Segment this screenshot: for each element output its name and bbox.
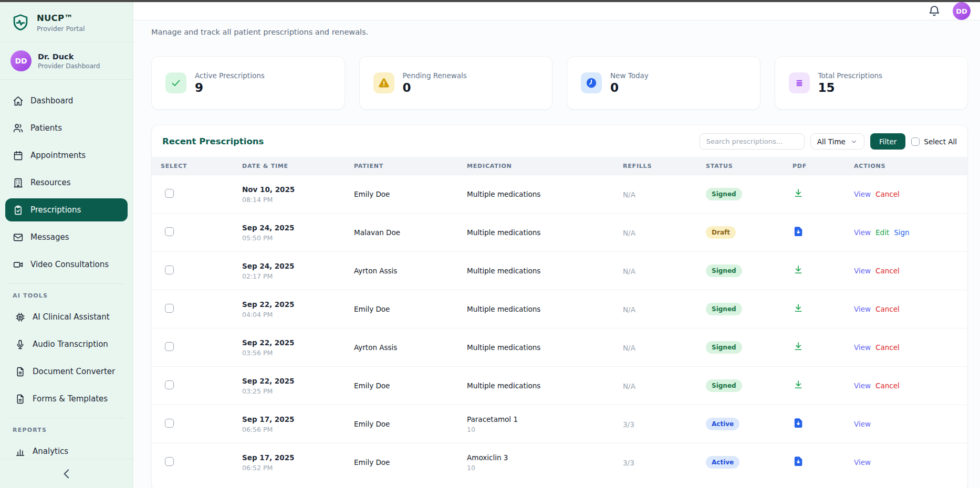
status-badge: Active: [706, 456, 739, 469]
search-input[interactable]: [700, 133, 805, 150]
row-checkbox[interactable]: [165, 342, 174, 351]
cancel-action-link[interactable]: Cancel: [875, 381, 900, 390]
row-checkbox[interactable]: [165, 380, 174, 389]
cpu-chip-icon: [15, 312, 26, 323]
row-status-cell: Signed: [706, 188, 793, 200]
row-medication: Multiple medications: [467, 190, 623, 198]
sidebar-item-label: Prescriptions: [30, 205, 81, 215]
row-checkbox[interactable]: [165, 266, 174, 274]
row-checkbox[interactable]: [165, 227, 174, 236]
row-select-cell: [161, 227, 242, 238]
row-date: Sep 22, 2025: [242, 300, 354, 309]
sidebar-item-dashboard[interactable]: Dashboard: [5, 89, 128, 112]
sidebar-item-forms-templates[interactable]: Forms & Templates: [7, 387, 126, 410]
row-pdf-cell: [793, 302, 854, 316]
download-icon[interactable]: [793, 302, 804, 314]
view-action-link[interactable]: View: [854, 381, 871, 390]
cancel-action-link[interactable]: Cancel: [875, 343, 900, 352]
sidebar-item-document-converter[interactable]: Document Converter: [7, 360, 126, 383]
filter-button[interactable]: Filter: [870, 133, 905, 150]
sidebar-item-ai-clinical-assistant[interactable]: AI Clinical Assistant: [7, 305, 126, 328]
row-patient-cell: Emily Doe: [354, 420, 467, 428]
cancel-action-link[interactable]: Cancel: [875, 190, 900, 198]
row-pdf-cell: [793, 417, 854, 431]
cancel-action-link[interactable]: Cancel: [875, 305, 900, 313]
sign-action-link[interactable]: Sign: [894, 228, 909, 237]
row-date: Sep 17, 2025: [242, 415, 354, 423]
edit-action-link[interactable]: Edit: [875, 228, 889, 237]
sidebar-item-prescriptions[interactable]: Prescriptions: [5, 198, 128, 221]
row-time: 06:52 PM: [242, 464, 354, 472]
sidebar-collapse-button[interactable]: [59, 466, 75, 482]
row-refills: N/A: [623, 382, 635, 390]
row-medication: Multiple medications: [467, 305, 623, 313]
avatar: DD: [11, 50, 32, 71]
row-medication-cell: Multiple medications: [467, 305, 623, 313]
table-row: Sep 24, 202502:17 PMAyrton AssisMultiple…: [152, 251, 967, 290]
row-medication-sub: 10: [467, 464, 623, 472]
shield-pulse-icon: [11, 13, 30, 33]
row-checkbox[interactable]: [165, 457, 174, 466]
stat-value: 9: [195, 81, 265, 94]
view-action-link[interactable]: View: [854, 267, 871, 275]
status-badge: Signed: [706, 379, 742, 392]
row-actions-cell: ViewCancel: [854, 381, 968, 390]
row-status-cell: Active: [706, 456, 793, 469]
sidebar-item-label: Analytics: [33, 447, 68, 456]
row-date-cell: Sep 24, 202502:17 PM: [242, 262, 354, 280]
cancel-action-link[interactable]: Cancel: [875, 267, 900, 275]
row-status-cell: Signed: [706, 379, 793, 392]
view-action-link[interactable]: View: [854, 190, 871, 198]
status-badge: Signed: [706, 303, 742, 315]
bar-chart-icon: [15, 446, 26, 457]
row-checkbox[interactable]: [165, 419, 174, 428]
topbar-avatar[interactable]: DD: [953, 2, 971, 20]
table-row: Sep 22, 202503:56 PMAyrton AssisMultiple…: [152, 328, 967, 366]
file-download-icon[interactable]: [793, 226, 804, 237]
select-all-checkbox[interactable]: [911, 137, 920, 146]
view-action-link[interactable]: View: [854, 228, 871, 237]
row-checkbox[interactable]: [165, 189, 174, 198]
file-download-icon[interactable]: [793, 417, 804, 429]
sidebar-item-resources[interactable]: Resources: [5, 171, 128, 194]
row-refills: N/A: [623, 229, 635, 237]
view-action-link[interactable]: View: [854, 305, 871, 313]
select-all-control[interactable]: Select All: [911, 137, 957, 146]
row-patient: Emily Doe: [354, 305, 467, 313]
stat-label: New Today: [610, 71, 649, 80]
sidebar-item-label: Resources: [30, 178, 71, 187]
row-status-cell: Signed: [706, 303, 793, 315]
download-icon[interactable]: [793, 379, 804, 390]
column-header-actions: ACTIONS: [854, 163, 968, 169]
notifications-bell-icon[interactable]: [927, 4, 941, 18]
row-patient-cell: Ayrton Assis: [354, 343, 467, 352]
download-icon[interactable]: [793, 341, 804, 352]
download-icon[interactable]: [793, 187, 804, 199]
stat-value: 0: [610, 81, 649, 94]
sidebar-item-audio-transcription[interactable]: Audio Transcription: [7, 333, 126, 356]
sidebar: NUCP™ Provider Portal DD Dr. Duck Provid…: [0, 2, 133, 488]
row-checkbox[interactable]: [165, 304, 174, 313]
sidebar-item-patients[interactable]: Patients: [5, 116, 128, 140]
select-all-label: Select All: [924, 137, 957, 146]
sidebar-item-messages[interactable]: Messages: [5, 226, 128, 249]
view-action-link[interactable]: View: [854, 343, 871, 352]
row-refills: N/A: [623, 190, 635, 199]
row-date-cell: Sep 17, 202506:56 PM: [242, 415, 354, 433]
download-icon[interactable]: [793, 264, 804, 275]
row-select-cell: [161, 304, 242, 315]
row-actions-cell: ViewCancel: [854, 190, 968, 198]
file-download-icon[interactable]: [793, 455, 804, 467]
row-medication: Multiple medications: [467, 381, 623, 390]
time-filter-select[interactable]: All Time: [810, 133, 864, 150]
sidebar-item-appointments[interactable]: Appointments: [5, 144, 128, 167]
row-date-cell: Sep 22, 202503:56 PM: [242, 338, 354, 357]
row-refills-cell: N/A: [623, 304, 706, 314]
clock-icon: [581, 72, 602, 93]
view-action-link[interactable]: View: [854, 420, 871, 428]
row-time: 08:14 PM: [242, 196, 354, 204]
sidebar-item-video-consultations[interactable]: Video Consultations: [5, 253, 128, 276]
view-action-link[interactable]: View: [854, 458, 871, 466]
column-header-refills: REFILLS: [623, 163, 706, 169]
row-pdf-cell: [793, 226, 854, 239]
